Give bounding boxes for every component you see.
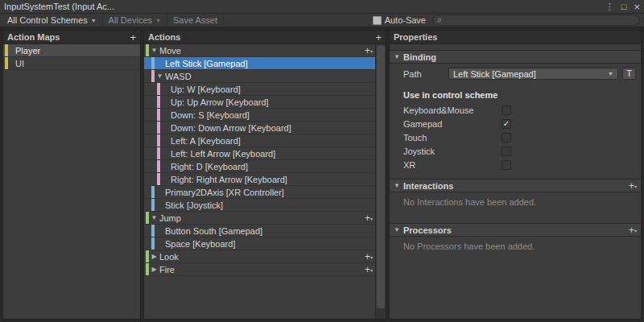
foldout-open-icon: ▼: [394, 182, 403, 189]
foldout-icon[interactable]: ▼: [155, 73, 165, 80]
control-scheme-row: XR: [390, 158, 641, 171]
processors-section-header[interactable]: ▼ Processors +▾: [390, 223, 641, 237]
add-binding-button[interactable]: +▾: [361, 252, 373, 262]
tree-row[interactable]: Right: Right Arrow [Keyboard]: [144, 173, 375, 186]
control-schemes-dropdown[interactable]: All Control Schemes ▼: [2, 14, 103, 27]
chevron-down-icon: ▾: [370, 49, 373, 54]
chevron-down-icon: ▾: [370, 268, 373, 273]
tree-row[interactable]: Up: W [Keyboard]: [144, 83, 375, 96]
toolbar: All Control Schemes ▼ All Devices ▼ Save…: [0, 14, 644, 27]
row-color-bar: [151, 225, 155, 237]
binding-path-value: Left Stick [Gamepad]: [453, 69, 605, 79]
row-color-bar: [157, 122, 160, 134]
tree-row[interactable]: Left Stick [Gamepad]: [144, 57, 375, 70]
scrollbar-thumb[interactable]: [377, 45, 385, 308]
control-scheme-label: Touch: [403, 133, 502, 142]
add-binding-button[interactable]: +▾: [361, 46, 373, 56]
tree-row-label: Up: W [Keyboard]: [171, 85, 241, 94]
tree-row-label: Stick [Joystick]: [165, 200, 223, 210]
tree-row-label: Fire: [159, 265, 175, 275]
control-scheme-checkbox[interactable]: [502, 160, 511, 170]
control-scheme-checkbox[interactable]: ✓: [502, 119, 511, 129]
tree-row-label: WASD: [165, 72, 192, 81]
tree-row[interactable]: Down: S [Keyboard]: [144, 109, 375, 122]
tree-row-label: Down: Down Arrow [Keyboard]: [171, 123, 291, 133]
control-scheme-checkbox[interactable]: [502, 147, 511, 156]
control-scheme-checkbox[interactable]: [502, 105, 511, 115]
binding-section-header[interactable]: ▼ Binding: [390, 50, 641, 64]
actions-scrollbar[interactable]: [375, 44, 386, 319]
actions-tree: ▼Move+▾Left Stick [Gamepad]▼WASDUp: W [K…: [144, 44, 375, 276]
chevron-down-icon: ▼: [608, 71, 613, 76]
control-scheme-label: Keyboard&Mouse: [403, 105, 502, 115]
control-scheme-row: Gamepad✓: [390, 117, 641, 130]
actions-header: Actions +: [144, 31, 386, 44]
foldout-icon[interactable]: ▼: [149, 47, 159, 54]
properties-body: ▼ Binding Path Left Stick [Gamepad] ▼ T …: [390, 44, 641, 319]
tree-row[interactable]: Stick [Joystick]: [144, 199, 375, 212]
tree-row[interactable]: Up: Up Arrow [Keyboard]: [144, 96, 375, 109]
control-scheme-row: Joystick: [390, 144, 641, 158]
foldout-icon[interactable]: ▶: [149, 266, 159, 273]
search-icon: ⌕: [437, 15, 442, 24]
properties-title: Properties: [394, 32, 437, 42]
foldout-icon[interactable]: ▶: [149, 254, 159, 260]
add-binding-button[interactable]: +▾: [361, 265, 373, 275]
devices-dropdown[interactable]: All Devices ▼: [103, 14, 167, 27]
search-input[interactable]: ⌕: [432, 14, 640, 26]
chevron-down-icon: ▾: [370, 217, 373, 221]
row-color-bar: [157, 147, 160, 159]
tree-row-label: Look: [159, 252, 179, 262]
foldout-icon[interactable]: ▼: [149, 215, 159, 221]
tree-row[interactable]: Space [Keyboard]: [144, 237, 375, 250]
tree-row[interactable]: Primary2DAxis [XR Controller]: [144, 186, 375, 199]
tree-row[interactable]: Left: A [Keyboard]: [144, 134, 375, 147]
window-menu-icon[interactable]: ⋮: [605, 2, 614, 11]
tree-row-label: Left: Left Arrow [Keyboard]: [171, 149, 275, 159]
tree-row[interactable]: ▶Fire+▾: [144, 263, 375, 276]
binding-path-row: Path Left Stick [Gamepad] ▼ T: [390, 64, 641, 83]
window-close-icon[interactable]: ×: [634, 2, 640, 12]
action-map-item[interactable]: UI: [3, 57, 140, 70]
chevron-down-icon: ▼: [91, 18, 97, 23]
actions-title: Actions: [148, 32, 180, 42]
binding-path-dropdown[interactable]: Left Stick [Gamepad] ▼: [448, 68, 618, 80]
properties-header: Properties: [390, 31, 641, 44]
add-action-button[interactable]: +: [375, 31, 382, 43]
tree-row[interactable]: ▶Look+▾: [144, 250, 375, 263]
editor-panels: Action Maps + PlayerUI Actions + ▼Move+▾…: [0, 27, 644, 322]
tree-row-label: Left: A [Keyboard]: [171, 136, 241, 146]
tree-row[interactable]: ▼Jump+▾: [144, 212, 375, 225]
action-map-item[interactable]: Player: [3, 44, 140, 57]
foldout-open-icon: ▼: [394, 53, 403, 60]
tree-row[interactable]: Down: Down Arrow [Keyboard]: [144, 122, 375, 134]
processors-empty-text: No Processors have been added.: [390, 237, 641, 256]
add-interaction-button[interactable]: +▾: [625, 181, 637, 191]
interactions-empty-text: No Interactions have been added.: [390, 192, 641, 212]
tree-row[interactable]: Button South [Gamepad]: [144, 225, 375, 237]
row-color-bar: [157, 134, 160, 147]
tree-row[interactable]: ▼Move+▾: [144, 44, 375, 57]
tree-row-label: Down: S [Keyboard]: [171, 110, 250, 120]
control-scheme-label: Gamepad: [403, 119, 502, 129]
devices-label: All Devices: [109, 15, 152, 25]
tree-row[interactable]: Left: Left Arrow [Keyboard]: [144, 147, 375, 160]
add-binding-button[interactable]: +▾: [361, 213, 373, 223]
binding-section-title: Binding: [403, 52, 436, 62]
add-action-map-button[interactable]: +: [130, 31, 136, 43]
window-maximize-icon[interactable]: □: [621, 2, 627, 11]
tree-row[interactable]: Right: D [Keyboard]: [144, 160, 375, 173]
control-scheme-checkbox[interactable]: [502, 133, 511, 142]
path-label: Path: [403, 69, 444, 79]
add-processor-button[interactable]: +▾: [625, 225, 637, 235]
chevron-down-icon: ▾: [634, 229, 637, 233]
interactions-section-header[interactable]: ▼ Interactions +▾: [390, 179, 641, 192]
tree-row[interactable]: ▼WASD: [144, 70, 375, 83]
auto-save-checkbox[interactable]: [373, 16, 382, 25]
tree-row-label: Left Stick [Gamepad]: [165, 59, 248, 68]
row-color-bar: [151, 237, 155, 250]
actions-panel: Actions + ▼Move+▾Left Stick [Gamepad]▼WA…: [143, 30, 386, 320]
tree-row-label: Right: D [Keyboard]: [171, 162, 248, 171]
save-asset-button[interactable]: Save Asset: [167, 14, 224, 27]
path-text-mode-button[interactable]: T: [622, 68, 636, 80]
